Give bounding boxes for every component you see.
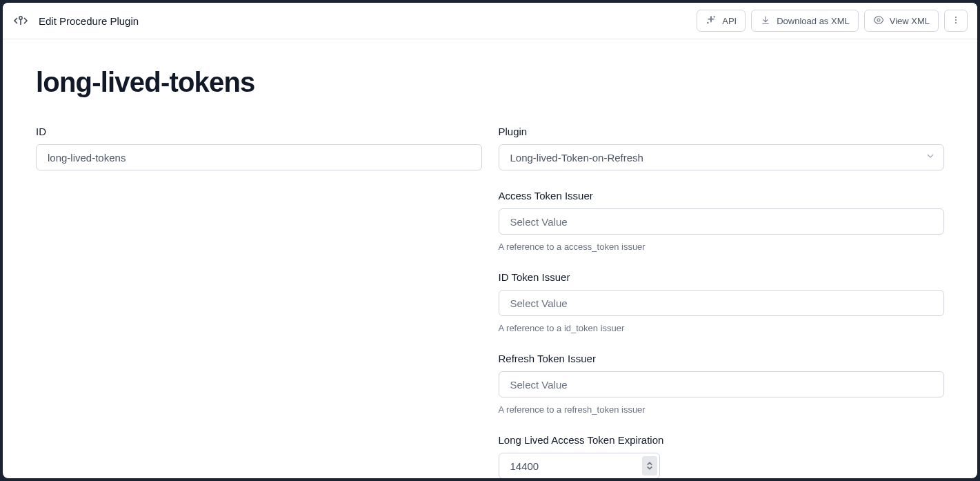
field-id-token-issuer: ID Token Issuer Select Value A reference…: [499, 271, 945, 333]
header-left: Edit Procedure Plugin: [12, 12, 139, 29]
plugin-label: Plugin: [499, 126, 945, 137]
app-window: Edit Procedure Plugin API: [3, 3, 977, 478]
long-lived-expiration-label: Long Lived Access Token Expiration: [499, 434, 945, 446]
plugin-select[interactable]: Long-lived-Token-on-Refresh: [499, 144, 945, 170]
svg-point-3: [708, 22, 708, 23]
sparkle-icon: [706, 14, 717, 28]
svg-point-7: [955, 17, 957, 18]
download-icon: [760, 14, 771, 28]
id-token-issuer-placeholder: Select Value: [510, 297, 568, 309]
field-access-token-issuer: Access Token Issuer Select Value A refer…: [499, 190, 945, 252]
form-grid: ID Plugin Long-lived-Token-on-Refresh: [36, 126, 944, 478]
right-column: Plugin Long-lived-Token-on-Refresh Acces…: [499, 126, 945, 478]
number-stepper[interactable]: [642, 456, 657, 475]
field-plugin: Plugin Long-lived-Token-on-Refresh: [499, 126, 945, 170]
plugin-select-wrap: Long-lived-Token-on-Refresh: [499, 144, 945, 170]
download-xml-label: Download as XML: [777, 16, 850, 26]
dots-vertical-icon: [950, 14, 961, 28]
long-lived-expiration-input[interactable]: [499, 453, 660, 478]
plugin-select-value: Long-lived-Token-on-Refresh: [510, 152, 643, 164]
id-token-issuer-select-wrap: Select Value: [499, 290, 945, 316]
id-token-issuer-label: ID Token Issuer: [499, 271, 945, 283]
view-xml-button[interactable]: View XML: [864, 10, 939, 32]
svg-rect-0: [19, 17, 22, 19]
header-actions: API Download as XML: [697, 10, 968, 32]
refresh-token-issuer-label: Refresh Token Issuer: [499, 353, 945, 364]
content-area: long-lived-tokens ID Plugin Long-lived-T…: [3, 39, 977, 478]
id-token-issuer-hint: A reference to a id_token issuer: [499, 323, 945, 333]
access-token-issuer-select[interactable]: Select Value: [499, 208, 945, 235]
refresh-token-issuer-hint: A reference to a refresh_token issuer: [499, 404, 945, 415]
page-title: long-lived-tokens: [36, 67, 944, 98]
svg-point-6: [877, 19, 880, 21]
field-long-lived-expiration: Long Lived Access Token Expiration The T…: [499, 434, 945, 478]
header-bar: Edit Procedure Plugin API: [3, 3, 977, 39]
header-title: Edit Procedure Plugin: [39, 15, 139, 27]
access-token-issuer-select-wrap: Select Value: [499, 208, 945, 235]
access-token-issuer-hint: A reference to a access_token issuer: [499, 242, 945, 252]
code-plugin-icon: [12, 12, 29, 29]
id-token-issuer-select[interactable]: Select Value: [499, 290, 945, 316]
eye-icon: [873, 14, 884, 28]
id-label: ID: [36, 126, 482, 137]
refresh-token-issuer-placeholder: Select Value: [510, 379, 568, 391]
field-refresh-token-issuer: Refresh Token Issuer Select Value A refe…: [499, 353, 945, 415]
api-button[interactable]: API: [697, 10, 746, 32]
stepper-down-icon: [646, 466, 653, 470]
field-id: ID: [36, 126, 482, 170]
more-menu-button[interactable]: [944, 10, 968, 32]
id-input[interactable]: [36, 144, 482, 170]
svg-point-2: [714, 16, 714, 17]
refresh-token-issuer-select[interactable]: Select Value: [499, 371, 945, 397]
access-token-issuer-placeholder: Select Value: [510, 216, 568, 228]
long-lived-expiration-wrap: [499, 453, 660, 478]
download-xml-button[interactable]: Download as XML: [751, 10, 859, 32]
view-xml-label: View XML: [890, 16, 930, 26]
svg-point-8: [955, 19, 957, 21]
refresh-token-issuer-select-wrap: Select Value: [499, 371, 945, 397]
access-token-issuer-label: Access Token Issuer: [499, 190, 945, 202]
api-button-label: API: [722, 16, 737, 26]
svg-point-9: [955, 22, 957, 23]
